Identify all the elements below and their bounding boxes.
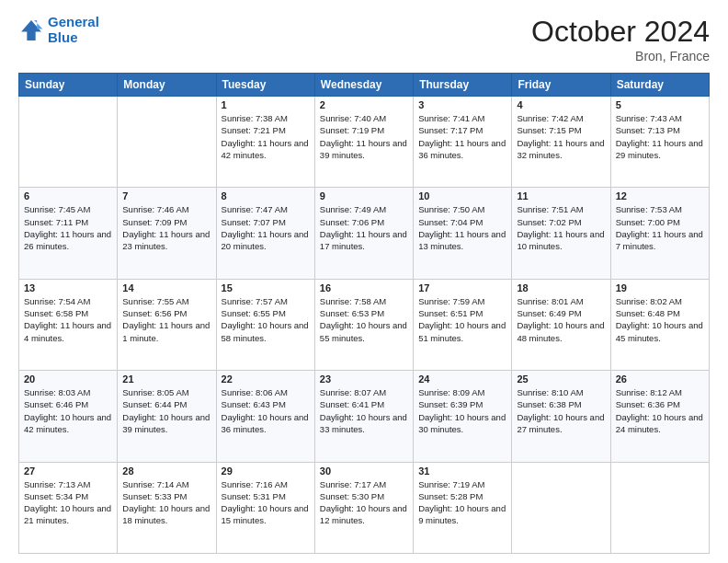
day-info-line: Daylight: 11 hours and 13 minutes. — [418, 228, 506, 253]
logo: General Blue — [18, 15, 99, 45]
day-info-line: Sunrise: 7:14 AM — [122, 478, 210, 490]
day-info-line: Sunrise: 7:55 AM — [122, 295, 210, 307]
day-number: 12 — [616, 190, 704, 201]
day-info: Sunrise: 8:12 AMSunset: 6:36 PMDaylight:… — [616, 386, 704, 435]
day-number: 18 — [517, 282, 605, 293]
day-info-line: Sunset: 5:30 PM — [320, 490, 408, 502]
day-info-line: Sunset: 7:21 PM — [222, 124, 310, 136]
weekday-header-tuesday: Tuesday — [216, 74, 314, 97]
calendar-cell: 14Sunrise: 7:55 AMSunset: 6:56 PMDayligh… — [118, 279, 216, 370]
day-number: 8 — [222, 190, 310, 201]
day-number: 24 — [418, 373, 506, 385]
day-info-line: Sunset: 6:49 PM — [517, 307, 605, 319]
day-number: 1 — [222, 99, 310, 110]
day-number: 28 — [122, 465, 210, 477]
day-info-line: Daylight: 10 hours and 42 minutes. — [24, 411, 112, 436]
day-number: 19 — [616, 282, 704, 293]
day-info-line: Sunset: 6:38 PM — [517, 398, 605, 410]
calendar-cell: 10Sunrise: 7:50 AMSunset: 7:04 PMDayligh… — [414, 188, 512, 279]
day-info: Sunrise: 8:05 AMSunset: 6:44 PMDaylight:… — [122, 386, 210, 435]
day-info-line: Daylight: 11 hours and 36 minutes. — [418, 137, 506, 162]
day-info-line: Sunrise: 8:12 AM — [616, 386, 704, 398]
day-info-line: Daylight: 11 hours and 1 minute. — [122, 319, 210, 344]
day-info-line: Daylight: 11 hours and 7 minutes. — [616, 228, 704, 253]
day-number: 30 — [320, 465, 408, 477]
day-info-line: Daylight: 11 hours and 42 minutes. — [222, 137, 310, 162]
day-info-line: Daylight: 11 hours and 20 minutes. — [222, 228, 310, 253]
day-info-line: Daylight: 10 hours and 48 minutes. — [517, 319, 605, 344]
day-number: 15 — [222, 282, 310, 293]
day-info-line: Sunset: 6:43 PM — [222, 398, 310, 410]
day-number: 20 — [24, 373, 112, 385]
day-info-line: Sunrise: 7:47 AM — [222, 203, 310, 215]
day-info-line: Sunset: 6:55 PM — [222, 307, 310, 319]
day-info-line: Daylight: 10 hours and 55 minutes. — [320, 319, 408, 344]
day-info-line: Sunset: 5:31 PM — [222, 490, 310, 502]
day-info: Sunrise: 7:17 AMSunset: 5:30 PMDaylight:… — [320, 478, 408, 527]
calendar-week-4: 20Sunrise: 8:03 AMSunset: 6:46 PMDayligh… — [19, 371, 710, 462]
logo-text: General Blue — [48, 15, 99, 45]
calendar-cell: 6Sunrise: 7:45 AMSunset: 7:11 PMDaylight… — [19, 188, 118, 279]
calendar-week-3: 13Sunrise: 7:54 AMSunset: 6:58 PMDayligh… — [19, 279, 710, 370]
calendar-cell: 17Sunrise: 7:59 AMSunset: 6:51 PMDayligh… — [414, 279, 512, 370]
day-info-line: Sunrise: 7:59 AM — [418, 295, 506, 307]
day-info: Sunrise: 8:03 AMSunset: 6:46 PMDaylight:… — [24, 386, 112, 435]
calendar-cell: 20Sunrise: 8:03 AMSunset: 6:46 PMDayligh… — [19, 371, 118, 462]
day-info-line: Sunset: 7:07 PM — [222, 216, 310, 228]
calendar-cell: 7Sunrise: 7:46 AMSunset: 7:09 PMDaylight… — [118, 188, 216, 279]
day-info: Sunrise: 7:43 AMSunset: 7:13 PMDaylight:… — [616, 112, 704, 161]
calendar-cell: 9Sunrise: 7:49 AMSunset: 7:06 PMDaylight… — [314, 188, 413, 279]
day-info-line: Sunrise: 7:58 AM — [320, 295, 408, 307]
day-info-line: Sunset: 7:04 PM — [418, 216, 506, 228]
day-info-line: Daylight: 10 hours and 58 minutes. — [222, 319, 310, 344]
day-info: Sunrise: 7:16 AMSunset: 5:31 PMDaylight:… — [222, 478, 310, 527]
weekday-header-thursday: Thursday — [414, 74, 512, 97]
calendar-cell: 22Sunrise: 8:06 AMSunset: 6:43 PMDayligh… — [216, 371, 314, 462]
day-info-line: Sunset: 7:15 PM — [517, 124, 605, 136]
day-number: 22 — [222, 373, 310, 385]
day-info-line: Daylight: 10 hours and 24 minutes. — [616, 411, 704, 436]
day-number: 25 — [517, 373, 605, 385]
day-info-line: Sunset: 6:56 PM — [122, 307, 210, 319]
calendar-cell: 8Sunrise: 7:47 AMSunset: 7:07 PMDaylight… — [216, 188, 314, 279]
day-number: 21 — [122, 373, 210, 385]
day-info: Sunrise: 7:46 AMSunset: 7:09 PMDaylight:… — [122, 203, 210, 252]
day-info-line: Sunrise: 7:50 AM — [418, 203, 506, 215]
day-info-line: Sunrise: 7:57 AM — [222, 295, 310, 307]
weekday-header-monday: Monday — [118, 74, 216, 97]
logo-icon — [18, 17, 44, 43]
day-info-line: Daylight: 10 hours and 51 minutes. — [418, 319, 506, 344]
day-number: 26 — [616, 373, 704, 385]
day-info-line: Sunrise: 7:17 AM — [320, 478, 408, 490]
day-info: Sunrise: 7:59 AMSunset: 6:51 PMDaylight:… — [418, 295, 506, 344]
day-info: Sunrise: 7:40 AMSunset: 7:19 PMDaylight:… — [320, 112, 408, 161]
day-info-line: Sunrise: 7:54 AM — [24, 295, 112, 307]
day-number: 3 — [418, 99, 506, 110]
weekday-header-wednesday: Wednesday — [314, 74, 413, 97]
day-info: Sunrise: 7:50 AMSunset: 7:04 PMDaylight:… — [418, 203, 506, 252]
calendar-week-2: 6Sunrise: 7:45 AMSunset: 7:11 PMDaylight… — [19, 188, 710, 279]
day-info-line: Daylight: 10 hours and 45 minutes. — [616, 319, 704, 344]
day-info-line: Sunrise: 8:09 AM — [418, 386, 506, 398]
day-info-line: Sunrise: 7:53 AM — [616, 203, 704, 215]
day-info-line: Daylight: 10 hours and 15 minutes. — [222, 502, 310, 527]
day-info-line: Daylight: 10 hours and 30 minutes. — [418, 411, 506, 436]
day-number: 9 — [320, 190, 408, 201]
calendar-cell: 28Sunrise: 7:14 AMSunset: 5:33 PMDayligh… — [118, 462, 216, 553]
day-info-line: Sunrise: 7:51 AM — [517, 203, 605, 215]
day-info-line: Daylight: 10 hours and 12 minutes. — [320, 502, 408, 527]
day-info-line: Sunset: 7:09 PM — [122, 216, 210, 228]
day-info-line: Daylight: 10 hours and 36 minutes. — [222, 411, 310, 436]
day-number: 27 — [24, 465, 112, 477]
calendar-table: SundayMondayTuesdayWednesdayThursdayFrid… — [18, 73, 710, 554]
day-number: 17 — [418, 282, 506, 293]
day-info-line: Sunrise: 7:41 AM — [418, 112, 506, 124]
logo-line2: Blue — [48, 29, 78, 45]
svg-marker-0 — [21, 20, 41, 40]
calendar-cell: 26Sunrise: 8:12 AMSunset: 6:36 PMDayligh… — [610, 371, 709, 462]
day-info-line: Sunset: 7:13 PM — [616, 124, 704, 136]
day-info: Sunrise: 8:02 AMSunset: 6:48 PMDaylight:… — [616, 295, 704, 344]
day-number: 29 — [222, 465, 310, 477]
day-info: Sunrise: 8:07 AMSunset: 6:41 PMDaylight:… — [320, 386, 408, 435]
day-info-line: Sunset: 6:58 PM — [24, 307, 112, 319]
